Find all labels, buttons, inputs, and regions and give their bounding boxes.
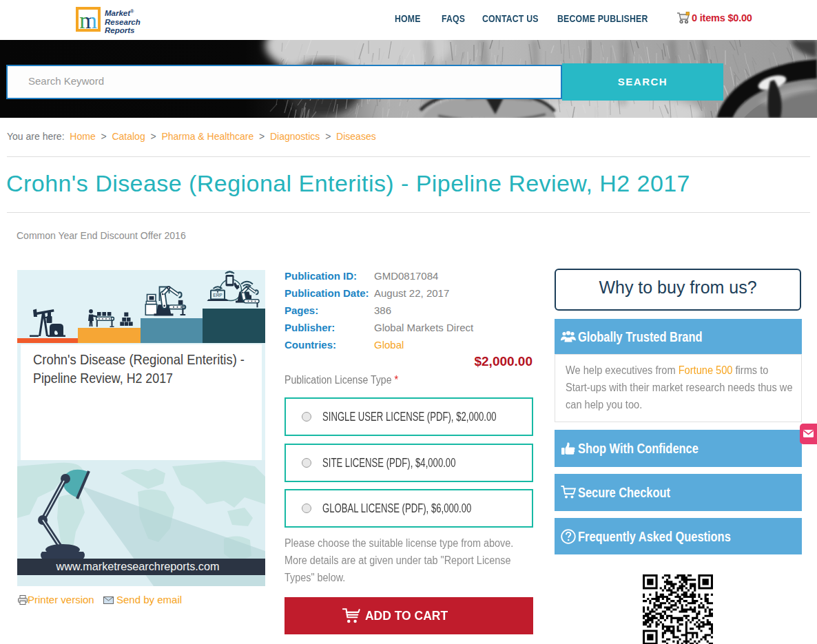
svg-text:Crohn's Disease (Regional Ente: Crohn's Disease (Regional Enteritis) -	[33, 351, 245, 367]
svg-text:ERP: ERP	[213, 293, 222, 298]
svg-text:Pipeline Review, H2 2017: Pipeline Review, H2 2017	[33, 370, 173, 386]
svg-text:www.marketresearchreports.com: www.marketresearchreports.com	[56, 560, 220, 573]
svg-text:m: m	[79, 8, 97, 32]
